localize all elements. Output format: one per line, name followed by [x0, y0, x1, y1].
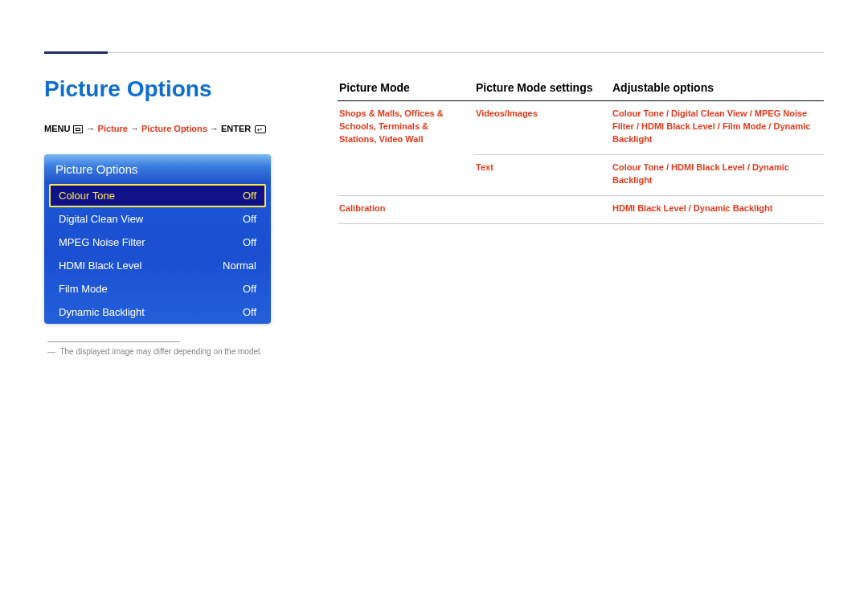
- cell-options: HDMI Black Level / Dynamic Backlight: [611, 195, 824, 223]
- cell-settings: [474, 195, 611, 223]
- cell-settings: Videos/Images: [474, 101, 611, 155]
- cell-picture-mode: Shops & Malls, Offices & Schools, Termin…: [338, 101, 474, 196]
- menu-item-value: Off: [243, 236, 256, 248]
- breadcrumb-menu: MENU: [44, 124, 70, 133]
- footnote-text: The displayed image may differ depending…: [59, 347, 262, 356]
- menu-item-value: Normal: [223, 260, 256, 272]
- cell-picture-mode: Calibration: [338, 195, 474, 223]
- breadcrumb-arrow-1: →: [87, 124, 98, 133]
- menu-item-label: Colour Tone: [59, 190, 115, 202]
- options-table-body: Shops & Malls, Offices & Schools, Termin…: [338, 101, 824, 224]
- left-column: Picture Options MENU → Picture → Picture…: [44, 76, 338, 356]
- enter-icon: [255, 125, 266, 133]
- menu-item-value: Off: [243, 213, 256, 225]
- header-rule: [108, 52, 824, 53]
- menu-icon: [73, 125, 83, 133]
- options-table: Picture Mode Picture Mode settings Adjus…: [338, 76, 824, 224]
- menu-item-value: Off: [243, 306, 256, 318]
- menu-panel-body: Colour ToneOffDigital Clean ViewOffMPEG …: [44, 184, 271, 324]
- menu-item-label: HDMI Black Level: [59, 260, 141, 272]
- table-row: CalibrationHDMI Black Level / Dynamic Ba…: [338, 195, 824, 223]
- menu-item[interactable]: Digital Clean ViewOff: [44, 207, 271, 231]
- table-row: Shops & Malls, Offices & Schools, Termin…: [338, 101, 824, 155]
- header-accent: [44, 51, 108, 54]
- menu-item[interactable]: Colour ToneOff: [49, 184, 266, 207]
- cell-options: Colour Tone / Digital Clean View / MPEG …: [611, 101, 824, 155]
- menu-item-label: MPEG Noise Filter: [59, 236, 145, 248]
- menu-item[interactable]: Film ModeOff: [44, 277, 271, 300]
- breadcrumb: MENU → Picture → Picture Options → ENTER: [44, 123, 309, 135]
- cell-settings: Text: [474, 154, 611, 195]
- th-picture-mode: Picture Mode: [338, 76, 474, 101]
- menu-item-label: Dynamic Backlight: [59, 306, 145, 318]
- page-title: Picture Options: [44, 76, 309, 102]
- breadcrumb-picture-options: Picture Options: [141, 124, 207, 133]
- breadcrumb-arrow-2: →: [130, 124, 141, 133]
- th-picture-mode-settings: Picture Mode settings: [474, 76, 611, 101]
- cell-options: Colour Tone / HDMI Black Level / Dynamic…: [611, 154, 824, 195]
- right-column: Picture Mode Picture Mode settings Adjus…: [338, 76, 824, 356]
- menu-item[interactable]: MPEG Noise FilterOff: [44, 231, 271, 254]
- menu-item[interactable]: Dynamic BacklightOff: [44, 300, 271, 324]
- footnote-rule: [47, 341, 180, 342]
- menu-item-label: Digital Clean View: [59, 213, 143, 225]
- th-adjustable-options: Adjustable options: [611, 76, 824, 101]
- menu-item-value: Off: [243, 190, 256, 202]
- menu-panel: Picture Options Colour ToneOffDigital Cl…: [44, 154, 271, 324]
- breadcrumb-enter: ENTER: [221, 124, 251, 133]
- breadcrumb-arrow-3: →: [210, 124, 221, 133]
- menu-item-value: Off: [243, 283, 256, 295]
- footnote: ― The displayed image may differ dependi…: [47, 347, 309, 356]
- breadcrumb-picture: Picture: [98, 124, 128, 133]
- menu-item-label: Film Mode: [59, 283, 108, 295]
- menu-item[interactable]: HDMI Black LevelNormal: [44, 254, 271, 277]
- menu-panel-header: Picture Options: [44, 154, 271, 184]
